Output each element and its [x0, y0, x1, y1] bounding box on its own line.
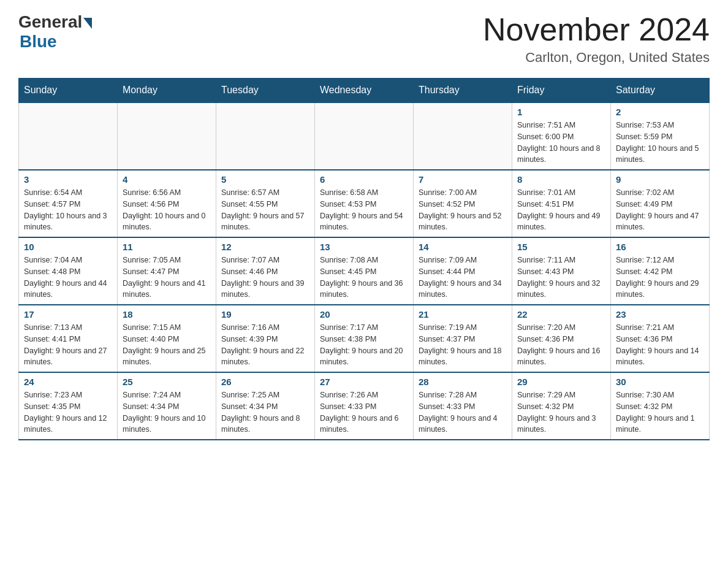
calendar-week-5: 24Sunrise: 7:23 AMSunset: 4:35 PMDayligh… — [19, 372, 710, 440]
calendar-table: Sunday Monday Tuesday Wednesday Thursday… — [18, 78, 710, 440]
table-row: 5Sunrise: 6:57 AMSunset: 4:55 PMDaylight… — [216, 170, 315, 237]
day-info: Sunrise: 7:53 AMSunset: 5:59 PMDaylight:… — [616, 120, 704, 166]
header-monday: Monday — [118, 79, 216, 103]
day-number: 15 — [517, 242, 605, 252]
day-info: Sunrise: 6:54 AMSunset: 4:57 PMDaylight:… — [24, 187, 112, 233]
table-row: 19Sunrise: 7:16 AMSunset: 4:39 PMDayligh… — [216, 305, 315, 372]
table-row — [414, 102, 512, 170]
month-title: November 2024 — [483, 12, 710, 47]
day-info: Sunrise: 7:17 AMSunset: 4:38 PMDaylight:… — [320, 322, 408, 368]
day-info: Sunrise: 7:13 AMSunset: 4:41 PMDaylight:… — [24, 322, 112, 368]
calendar-week-4: 17Sunrise: 7:13 AMSunset: 4:41 PMDayligh… — [19, 305, 710, 372]
location-label: Carlton, Oregon, United States — [483, 50, 710, 66]
day-info: Sunrise: 7:09 AMSunset: 4:44 PMDaylight:… — [419, 255, 507, 301]
table-row: 16Sunrise: 7:12 AMSunset: 4:42 PMDayligh… — [611, 237, 710, 305]
day-info: Sunrise: 7:23 AMSunset: 4:35 PMDaylight:… — [24, 389, 112, 435]
table-row: 27Sunrise: 7:26 AMSunset: 4:33 PMDayligh… — [315, 372, 414, 440]
table-row: 15Sunrise: 7:11 AMSunset: 4:43 PMDayligh… — [512, 237, 611, 305]
table-row — [315, 102, 414, 170]
day-info: Sunrise: 7:16 AMSunset: 4:39 PMDaylight:… — [221, 322, 309, 368]
page-header: General Blue November 2024 Carlton, Oreg… — [18, 12, 710, 66]
day-number: 25 — [123, 377, 211, 387]
day-number: 24 — [24, 377, 112, 387]
day-number: 2 — [616, 107, 704, 117]
day-info: Sunrise: 7:28 AMSunset: 4:33 PMDaylight:… — [419, 389, 507, 435]
table-row: 22Sunrise: 7:20 AMSunset: 4:36 PMDayligh… — [512, 305, 611, 372]
day-number: 14 — [419, 242, 507, 252]
day-number: 1 — [517, 107, 605, 117]
logo-text: General — [18, 12, 92, 32]
day-info: Sunrise: 7:21 AMSunset: 4:36 PMDaylight:… — [616, 322, 704, 368]
table-row: 23Sunrise: 7:21 AMSunset: 4:36 PMDayligh… — [611, 305, 710, 372]
day-number: 19 — [221, 309, 309, 320]
day-number: 17 — [24, 309, 112, 320]
day-number: 3 — [24, 174, 112, 185]
header-friday: Friday — [512, 79, 611, 103]
header-thursday: Thursday — [414, 79, 512, 103]
calendar-week-1: 1Sunrise: 7:51 AMSunset: 6:00 PMDaylight… — [19, 102, 710, 170]
day-info: Sunrise: 6:57 AMSunset: 4:55 PMDaylight:… — [221, 187, 309, 233]
day-info: Sunrise: 7:26 AMSunset: 4:33 PMDaylight:… — [320, 389, 408, 435]
logo: General Blue — [18, 12, 92, 52]
header-saturday: Saturday — [611, 79, 710, 103]
table-row: 2Sunrise: 7:53 AMSunset: 5:59 PMDaylight… — [611, 102, 710, 170]
day-info: Sunrise: 7:08 AMSunset: 4:45 PMDaylight:… — [320, 255, 408, 301]
day-info: Sunrise: 7:00 AMSunset: 4:52 PMDaylight:… — [419, 187, 507, 233]
table-row: 3Sunrise: 6:54 AMSunset: 4:57 PMDaylight… — [19, 170, 118, 237]
day-info: Sunrise: 7:25 AMSunset: 4:34 PMDaylight:… — [221, 389, 309, 435]
calendar-body: 1Sunrise: 7:51 AMSunset: 6:00 PMDaylight… — [19, 102, 710, 440]
table-row: 1Sunrise: 7:51 AMSunset: 6:00 PMDaylight… — [512, 102, 611, 170]
day-info: Sunrise: 7:19 AMSunset: 4:37 PMDaylight:… — [419, 322, 507, 368]
day-info: Sunrise: 7:24 AMSunset: 4:34 PMDaylight:… — [123, 389, 211, 435]
day-number: 26 — [221, 377, 309, 387]
table-row: 29Sunrise: 7:29 AMSunset: 4:32 PMDayligh… — [512, 372, 611, 440]
day-number: 12 — [221, 242, 309, 252]
day-info: Sunrise: 7:15 AMSunset: 4:40 PMDaylight:… — [123, 322, 211, 368]
day-number: 27 — [320, 377, 408, 387]
day-number: 4 — [123, 174, 211, 185]
table-row: 20Sunrise: 7:17 AMSunset: 4:38 PMDayligh… — [315, 305, 414, 372]
day-info: Sunrise: 7:02 AMSunset: 4:49 PMDaylight:… — [616, 187, 704, 233]
day-info: Sunrise: 7:30 AMSunset: 4:32 PMDaylight:… — [616, 389, 704, 435]
table-row — [19, 102, 118, 170]
table-row: 12Sunrise: 7:07 AMSunset: 4:46 PMDayligh… — [216, 237, 315, 305]
day-number: 21 — [419, 309, 507, 320]
table-row: 17Sunrise: 7:13 AMSunset: 4:41 PMDayligh… — [19, 305, 118, 372]
table-row: 18Sunrise: 7:15 AMSunset: 4:40 PMDayligh… — [118, 305, 216, 372]
table-row — [118, 102, 216, 170]
table-row: 4Sunrise: 6:56 AMSunset: 4:56 PMDaylight… — [118, 170, 216, 237]
calendar-header: Sunday Monday Tuesday Wednesday Thursday… — [19, 79, 710, 103]
day-number: 11 — [123, 242, 211, 252]
header-sunday: Sunday — [19, 79, 118, 103]
table-row: 14Sunrise: 7:09 AMSunset: 4:44 PMDayligh… — [414, 237, 512, 305]
logo-arrow-icon — [83, 18, 92, 29]
day-number: 30 — [616, 377, 704, 387]
day-number: 16 — [616, 242, 704, 252]
title-section: November 2024 Carlton, Oregon, United St… — [483, 12, 710, 66]
day-info: Sunrise: 7:01 AMSunset: 4:51 PMDaylight:… — [517, 187, 605, 233]
logo-blue: Blue — [20, 32, 57, 52]
calendar-week-2: 3Sunrise: 6:54 AMSunset: 4:57 PMDaylight… — [19, 170, 710, 237]
table-row: 8Sunrise: 7:01 AMSunset: 4:51 PMDaylight… — [512, 170, 611, 237]
day-number: 5 — [221, 174, 309, 185]
day-number: 9 — [616, 174, 704, 185]
day-number: 29 — [517, 377, 605, 387]
day-info: Sunrise: 7:11 AMSunset: 4:43 PMDaylight:… — [517, 255, 605, 301]
day-number: 8 — [517, 174, 605, 185]
day-info: Sunrise: 7:07 AMSunset: 4:46 PMDaylight:… — [221, 255, 309, 301]
day-info: Sunrise: 7:04 AMSunset: 4:48 PMDaylight:… — [24, 255, 112, 301]
day-number: 18 — [123, 309, 211, 320]
header-row: Sunday Monday Tuesday Wednesday Thursday… — [19, 79, 710, 103]
day-info: Sunrise: 7:29 AMSunset: 4:32 PMDaylight:… — [517, 389, 605, 435]
table-row: 30Sunrise: 7:30 AMSunset: 4:32 PMDayligh… — [611, 372, 710, 440]
day-info: Sunrise: 7:51 AMSunset: 6:00 PMDaylight:… — [517, 120, 605, 166]
day-number: 7 — [419, 174, 507, 185]
table-row: 9Sunrise: 7:02 AMSunset: 4:49 PMDaylight… — [611, 170, 710, 237]
logo-general: General — [18, 12, 82, 32]
day-info: Sunrise: 7:20 AMSunset: 4:36 PMDaylight:… — [517, 322, 605, 368]
table-row: 25Sunrise: 7:24 AMSunset: 4:34 PMDayligh… — [118, 372, 216, 440]
day-info: Sunrise: 7:05 AMSunset: 4:47 PMDaylight:… — [123, 255, 211, 301]
day-number: 6 — [320, 174, 408, 185]
table-row: 13Sunrise: 7:08 AMSunset: 4:45 PMDayligh… — [315, 237, 414, 305]
table-row: 28Sunrise: 7:28 AMSunset: 4:33 PMDayligh… — [414, 372, 512, 440]
